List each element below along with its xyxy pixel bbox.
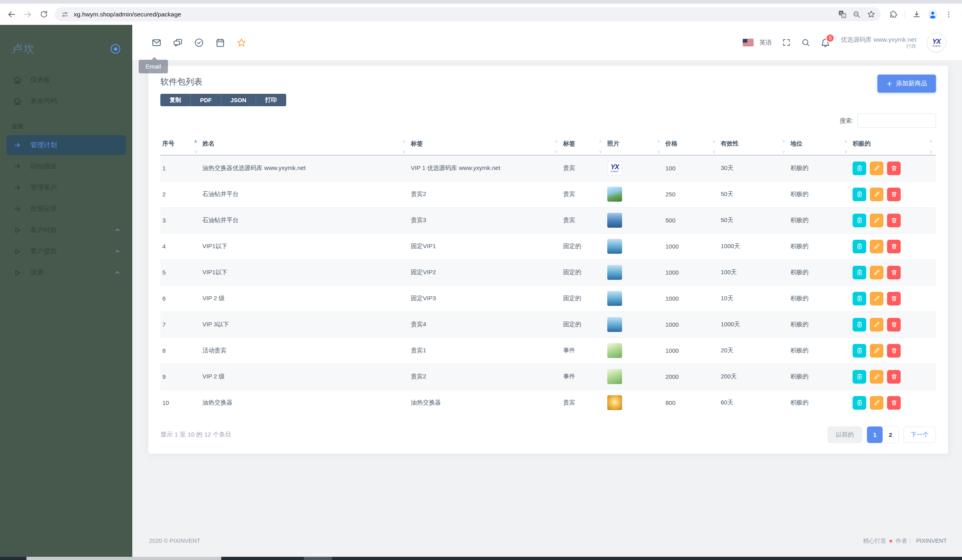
browser-forward-icon[interactable] <box>20 7 35 22</box>
home-icon <box>12 76 22 84</box>
edit-button[interactable] <box>870 344 883 358</box>
delete-button[interactable] <box>887 240 901 253</box>
translate-icon[interactable]: 文G <box>837 9 848 20</box>
sidebar-toggle-icon[interactable] <box>111 44 120 54</box>
edit-button[interactable] <box>870 266 883 279</box>
delete-button[interactable] <box>887 188 901 201</box>
export-button[interactable]: 复制 <box>160 94 191 106</box>
delete-button[interactable] <box>887 370 901 384</box>
browser-back-icon[interactable] <box>4 7 19 22</box>
edit-button[interactable] <box>870 396 883 410</box>
edit-button[interactable] <box>870 292 883 305</box>
notifications-bell-icon[interactable]: 5 <box>821 38 830 47</box>
delete-button[interactable] <box>887 344 901 358</box>
edit-button[interactable] <box>870 188 883 201</box>
search-input[interactable] <box>857 113 936 128</box>
copy-button[interactable] <box>853 240 866 253</box>
browser-menu-icon[interactable] <box>941 7 956 22</box>
column-header[interactable]: 地位∧∨ <box>788 137 851 155</box>
cell-label: 贵宾4 <box>409 311 561 338</box>
product-photo <box>607 291 622 306</box>
copy-button[interactable] <box>853 370 866 384</box>
pagination-previous[interactable]: 以前的 <box>828 427 862 443</box>
cell-no: 5 <box>160 259 200 285</box>
add-product-button[interactable]: 添加新商品 <box>877 75 936 93</box>
table-header-row: 序号∧∨姓名∧∨标签∧∨标签∧∨照片∧∨价格∧∨有效性∧∨地位∧∨积极的∧∨ <box>160 137 936 155</box>
profile-icon[interactable] <box>925 7 940 22</box>
delete-button[interactable] <box>887 214 901 227</box>
export-button[interactable]: 打印 <box>256 94 286 106</box>
export-button[interactable]: JSON <box>221 94 256 106</box>
calendar-icon[interactable] <box>215 38 225 48</box>
edit-button[interactable] <box>870 162 883 175</box>
cell-no: 9 <box>160 364 200 390</box>
arrow-icon <box>12 141 22 149</box>
column-header[interactable]: 照片∧∨ <box>605 137 663 155</box>
edit-button[interactable] <box>870 214 883 227</box>
product-photo <box>607 265 622 280</box>
check-icon[interactable] <box>194 38 204 48</box>
sidebar-item-仪表板[interactable]: 仪表板 <box>6 70 126 90</box>
sidebar-item-客户付款[interactable]: 客户付款 <box>6 220 126 240</box>
delete-button[interactable] <box>887 162 901 175</box>
copy-button[interactable] <box>853 214 866 227</box>
toolbar-divider <box>905 10 905 19</box>
sidebar-item-管理客户[interactable]: 管理客户 <box>6 178 126 198</box>
column-header[interactable]: 有效性∧∨ <box>719 137 788 155</box>
column-header[interactable]: 积极的∧∨ <box>851 137 936 155</box>
sidebar-item-回扣佣金[interactable]: 回扣佣金 <box>6 156 126 176</box>
pagination-next[interactable]: 下一个 <box>903 427 936 443</box>
pagination-page[interactable]: 1 <box>867 427 883 443</box>
edit-button[interactable] <box>870 240 883 253</box>
chat-icon[interactable] <box>173 38 183 48</box>
copy-button[interactable] <box>853 162 866 175</box>
copy-button[interactable] <box>853 344 866 358</box>
edit-button[interactable] <box>870 370 883 384</box>
extensions-icon[interactable] <box>885 7 901 22</box>
us-flag-icon[interactable] <box>743 39 754 46</box>
copy-button[interactable] <box>853 188 866 201</box>
column-header[interactable]: 价格∧∨ <box>663 137 719 155</box>
sidebar-item-管理计划[interactable]: 管理计划 <box>6 135 126 155</box>
delete-button[interactable] <box>887 292 901 305</box>
cell-status: 积极的 <box>788 181 851 207</box>
column-header-label: 地位 <box>790 140 802 147</box>
site-settings-icon[interactable] <box>59 9 71 20</box>
browser-address-bar[interactable]: xg.hwym.shop/admin/secured/package 文G <box>55 7 881 21</box>
column-header[interactable]: 姓名∧∨ <box>200 137 409 155</box>
column-header[interactable]: 标签∧∨ <box>409 137 561 155</box>
copy-button[interactable] <box>853 292 866 305</box>
user-name: 优选源码库 www.yxymk.net <box>841 36 916 43</box>
user-info[interactable]: 优选源码库 www.yxymk.net 行政 <box>841 36 916 50</box>
email-icon[interactable] <box>152 38 162 48</box>
copy-button[interactable] <box>853 396 866 410</box>
sidebar-item-奖金代码[interactable]: 奖金代码 <box>6 91 126 111</box>
column-header[interactable]: 标签∧∨ <box>561 137 605 155</box>
fullscreen-icon[interactable] <box>782 38 791 47</box>
delete-button[interactable] <box>887 396 901 410</box>
sidebar-item-设置[interactable]: 设置 <box>6 263 126 283</box>
search-icon[interactable] <box>801 38 810 47</box>
sidebar-item-投资记录[interactable]: 投资记录 <box>6 199 126 219</box>
zoom-out-icon[interactable] <box>851 9 862 20</box>
language-label[interactable]: 英语 <box>759 38 772 47</box>
pagination-page[interactable]: 2 <box>883 427 898 443</box>
horizontal-scrollbar[interactable] <box>0 557 962 560</box>
bookmark-star-icon[interactable] <box>865 9 877 20</box>
sidebar-item-label: 客户付款 <box>30 226 57 235</box>
delete-button[interactable] <box>887 318 901 332</box>
user-avatar[interactable]: YX优选源码库 <box>927 33 946 52</box>
download-icon[interactable] <box>909 7 924 22</box>
delete-button[interactable] <box>887 266 901 279</box>
cell-validity: 20天 <box>719 338 788 364</box>
edit-button[interactable] <box>870 318 883 332</box>
sidebar-item-客户提款[interactable]: 客户提款 <box>6 241 126 261</box>
brand-name[interactable]: 卢坎 <box>12 42 35 56</box>
copy-button[interactable] <box>853 318 866 332</box>
star-icon[interactable] <box>236 38 247 48</box>
copy-button[interactable] <box>853 266 866 279</box>
scrollbar-thumb[interactable] <box>26 557 221 560</box>
export-button[interactable]: PDF <box>191 94 221 106</box>
column-header[interactable]: 序号∧∨ <box>160 137 200 155</box>
browser-reload-icon[interactable] <box>36 7 51 22</box>
